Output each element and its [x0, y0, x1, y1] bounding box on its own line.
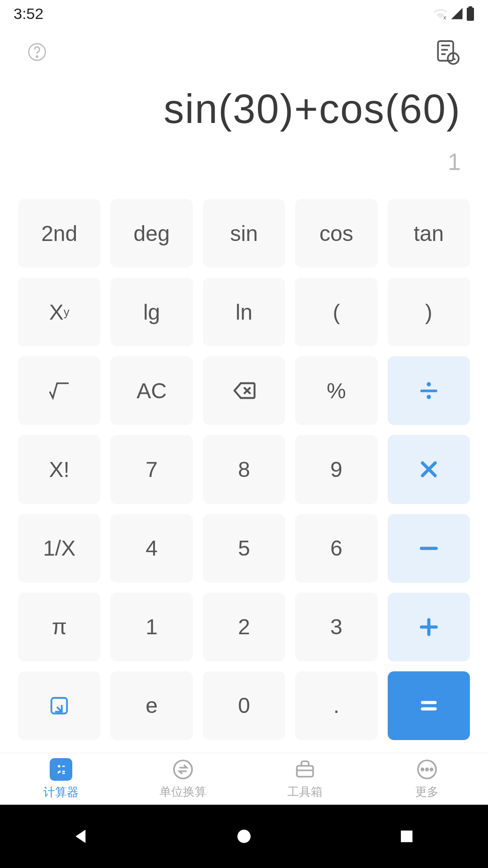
key-3[interactable]: 3 — [295, 593, 377, 661]
nav-toolbox[interactable]: 工具箱 — [244, 753, 366, 805]
bottom-nav: 计算器 单位换算 工具箱 更多 — [0, 753, 488, 805]
key-collapse[interactable] — [18, 671, 100, 740]
key-8[interactable]: 8 — [203, 435, 285, 504]
key-ln[interactable]: ln — [203, 278, 285, 346]
key-4[interactable]: 4 — [110, 514, 192, 583]
calculator-icon — [53, 762, 69, 777]
key-deg[interactable]: deg — [110, 199, 192, 268]
key-2nd[interactable]: 2nd — [18, 199, 100, 268]
display-area: sin(30)+cos(60) 1 — [0, 77, 488, 189]
recent-icon[interactable] — [397, 826, 417, 846]
signal-icon — [450, 7, 464, 20]
key-percent[interactable]: % — [295, 356, 377, 425]
help-icon[interactable] — [27, 42, 47, 62]
key-ac[interactable]: AC — [110, 356, 192, 425]
key-equals[interactable] — [388, 671, 470, 740]
collapse-icon — [49, 695, 70, 716]
convert-icon — [172, 759, 194, 780]
key-divide[interactable] — [388, 356, 470, 425]
expression-text: sin(30)+cos(60) — [27, 86, 461, 132]
plus-icon — [416, 614, 441, 640]
back-icon[interactable] — [71, 826, 91, 846]
key-dot[interactable]: . — [295, 671, 377, 740]
key-multiply[interactable] — [388, 435, 470, 504]
nav-more[interactable]: 更多 — [366, 753, 488, 805]
svg-rect-2 — [469, 6, 472, 8]
key-2[interactable]: 2 — [203, 593, 285, 661]
nav-calculator[interactable]: 计算器 — [0, 753, 122, 805]
svg-point-4 — [37, 56, 38, 57]
nav-unit-label: 单位换算 — [160, 784, 206, 800]
status-time: 3:52 — [14, 5, 43, 23]
minus-icon — [416, 536, 441, 561]
home-icon[interactable] — [234, 826, 254, 846]
key-pi[interactable]: π — [18, 593, 100, 661]
nav-toolbox-label: 工具箱 — [287, 784, 323, 800]
svg-point-36 — [237, 830, 250, 843]
toolbox-icon — [294, 759, 316, 780]
divide-icon — [416, 378, 441, 403]
nav-unit-convert[interactable]: 单位换算 — [122, 753, 244, 805]
svg-rect-1 — [467, 8, 474, 21]
system-nav — [0, 805, 488, 868]
status-bar: 3:52 x — [0, 0, 488, 27]
svg-point-34 — [426, 768, 428, 770]
wifi-off-icon: x — [434, 7, 447, 20]
key-tan[interactable]: tan — [388, 199, 470, 268]
key-cos[interactable]: cos — [295, 199, 377, 268]
svg-point-33 — [422, 768, 424, 770]
status-icons: x — [434, 6, 474, 21]
nav-calculator-label: 计算器 — [43, 784, 79, 800]
key-0[interactable]: 0 — [203, 671, 285, 740]
key-lparen[interactable]: ( — [295, 278, 377, 346]
key-e[interactable]: e — [110, 671, 192, 740]
multiply-icon — [416, 457, 441, 482]
key-reciprocal[interactable]: 1/X — [18, 514, 100, 583]
battery-icon — [466, 6, 474, 21]
key-6[interactable]: 6 — [295, 514, 377, 583]
svg-text:x: x — [443, 14, 446, 21]
svg-point-30 — [174, 760, 192, 778]
svg-rect-31 — [297, 766, 313, 777]
key-lg[interactable]: lg — [110, 278, 192, 346]
key-5[interactable]: 5 — [203, 514, 285, 583]
more-icon — [416, 759, 438, 780]
key-sqrt[interactable] — [18, 356, 100, 425]
key-1[interactable]: 1 — [110, 593, 192, 661]
key-backspace[interactable] — [203, 356, 285, 425]
key-9[interactable]: 9 — [295, 435, 377, 504]
history-icon[interactable] — [435, 39, 461, 65]
key-7[interactable]: 7 — [110, 435, 192, 504]
svg-rect-37 — [401, 830, 413, 842]
key-sin[interactable]: sin — [203, 199, 285, 268]
backspace-icon — [231, 378, 257, 403]
key-power[interactable]: Xy — [18, 278, 100, 346]
svg-point-14 — [427, 395, 431, 399]
result-text: 1 — [27, 148, 461, 175]
svg-point-12 — [427, 382, 431, 387]
svg-line-27 — [58, 770, 61, 773]
key-plus[interactable] — [388, 593, 470, 661]
key-minus[interactable] — [388, 514, 470, 583]
key-factorial[interactable]: X! — [18, 435, 100, 504]
svg-point-35 — [431, 768, 433, 770]
equals-icon — [416, 693, 441, 718]
key-rparen[interactable]: ) — [388, 278, 470, 346]
top-bar — [0, 27, 488, 77]
svg-rect-13 — [420, 390, 437, 392]
svg-rect-5 — [438, 41, 453, 61]
nav-more-label: 更多 — [415, 784, 439, 800]
keypad: 2nd deg sin cos tan Xy lg ln ( ) AC % X!… — [0, 189, 488, 753]
